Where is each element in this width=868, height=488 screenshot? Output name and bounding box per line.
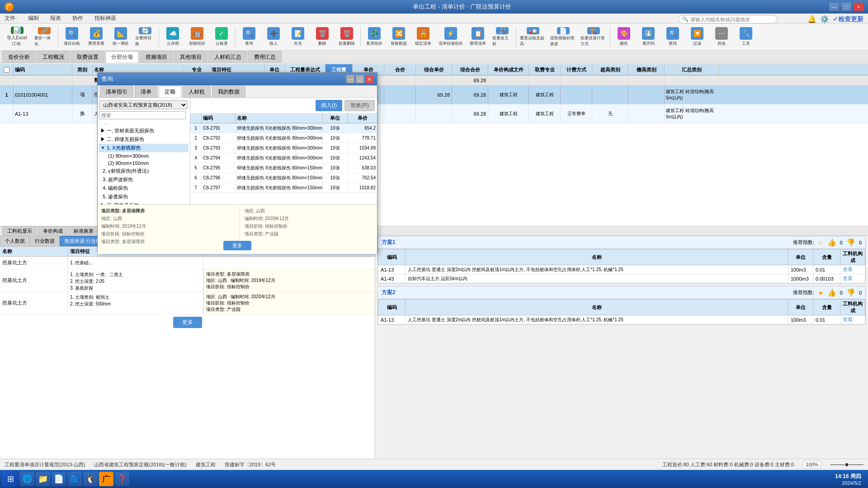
query-btn[interactable]: 🔍 查询 <box>237 25 261 49</box>
thumbs-up-2-icon[interactable]: 👍 <box>827 288 836 297</box>
reuse-price-btn[interactable]: ♻️ 复用组价 <box>363 25 386 49</box>
taskbar-ie-icon[interactable]: 🌐 <box>20 472 34 486</box>
tree-item-penetrant[interactable]: 5. 渗透探伤 <box>99 192 189 201</box>
ptab-material[interactable]: 人材机 <box>183 86 211 98</box>
popup-minimize[interactable]: — <box>346 75 354 83</box>
dtab-industry[interactable]: 行业数据 <box>30 236 60 246</box>
menu-indicator[interactable]: 指标神器 <box>92 14 118 23</box>
tree-item-gamma[interactable]: 2. γ射线探伤(外透法) <box>99 167 189 175</box>
ptab-list[interactable]: 清单 <box>135 86 157 98</box>
data-row-2[interactable]: 挖基坑土方 1. 土壤类别: 一类、二类土 2. 挖土深度: 2.05 3. 基… <box>0 269 375 292</box>
minimize-button[interactable]: — <box>829 3 839 11</box>
ptab-my-data[interactable]: 我的数据 <box>212 86 245 98</box>
popup-result-row-6[interactable]: 6 C8-2796 焊缝无损探伤 X光射线探伤 80mm×150mm 管壁厚30… <box>190 173 377 183</box>
full-fee-btn[interactable]: 🔄 全费用切换 <box>133 25 157 49</box>
data-row-1[interactable]: 挖基坑土方 1. 挖基础... <box>0 257 375 269</box>
tab-fee-settings[interactable]: 取费设置 <box>71 51 104 63</box>
popup-more-button[interactable]: 更多 <box>223 241 251 250</box>
delete-btn[interactable]: 🗑️ 删除 <box>311 25 334 49</box>
thumbs-up-icon[interactable]: 👍 <box>827 238 836 247</box>
popup-replace-button[interactable]: 替换(R) <box>344 100 375 111</box>
taskbar-pdf-icon[interactable]: 📄 <box>52 472 66 486</box>
popup-close-button[interactable]: × <box>365 75 373 83</box>
dtab-personal[interactable]: 个人数据 <box>0 236 30 246</box>
start-button[interactable]: ⊞ <box>2 471 19 487</box>
expand-btn[interactable]: ⬇️ 展开到 <box>637 25 660 49</box>
replace-data-btn[interactable]: 🔀 替换数据 <box>387 25 410 49</box>
tree-item-xray[interactable]: ▼ 1. X光射线探伤 <box>99 144 189 152</box>
tree-item-magnetic[interactable]: 4. 磁粉探伤 <box>99 184 189 192</box>
template-btn[interactable]: 📄 提取模板砂浆换算 <box>548 25 578 49</box>
batch-material-btn[interactable]: 🛠️ 批量改主材 <box>491 25 514 49</box>
tree-item-weld-inspection[interactable]: ▶ 二. 焊缝无损探伤 <box>99 135 189 144</box>
check-update[interactable]: ✓检查更新 <box>833 15 863 23</box>
taskbar-folder-icon[interactable]: 📁 <box>36 472 50 486</box>
import-excel-button[interactable]: 📊 导入Excel /工程· <box>2 25 32 49</box>
menu-edit[interactable]: 编制 <box>26 14 41 23</box>
global-search-input[interactable] <box>690 17 772 22</box>
insert-btn[interactable]: ➕ 插入 <box>262 25 285 49</box>
solution-1-row-1[interactable]: A1-13 人工挖基坑 普通土 深度2m以内 挖桩间及桩顶1m以内土方, 不包括… <box>378 265 865 274</box>
popup-insert-button[interactable]: 插入(I) <box>316 100 342 111</box>
filter-btn[interactable]: 🔽 过滤 <box>685 25 709 49</box>
btab-unit-price[interactable]: 单价构成 <box>38 226 68 236</box>
tab-project-overview[interactable]: 工程概况 <box>37 51 70 63</box>
popup-search-input[interactable] <box>99 111 186 119</box>
tree-item-prepost-heat[interactable]: ▶ 三. 预热及后热 <box>99 201 189 204</box>
global-search[interactable]: 🔍 <box>678 15 778 23</box>
view-detail-s2-link[interactable]: 查看 <box>840 315 865 324</box>
maximize-button[interactable]: □ <box>841 3 851 11</box>
mortar-btn[interactable]: 🏗️ 批量设置计算方式 <box>579 25 608 49</box>
tab-labor-material[interactable]: 人材机汇总 <box>208 51 247 63</box>
zoom-slider[interactable]: ——●—— <box>830 460 863 469</box>
zoom-level[interactable]: 100% <box>803 461 821 468</box>
tab-fee-summary[interactable]: 费用汇总 <box>248 51 282 63</box>
solution-2-row-1[interactable]: A1-13 人工挖基坑 普通土 深度2m以内 挖桩间及桩顶1m以内土方, 不包括… <box>378 315 865 324</box>
popup-resize[interactable]: □ <box>356 75 364 83</box>
supplement-btn[interactable]: 📝 补充 <box>286 25 310 49</box>
tree-item-80x300[interactable]: (1) 80mm×300mm <box>99 152 189 160</box>
taskbar-qq-icon[interactable]: 🐧 <box>83 472 98 486</box>
tools-btn[interactable]: 🔧 工具 <box>734 25 758 49</box>
ptab-quota[interactable]: 定额 <box>159 86 181 98</box>
find-btn[interactable]: 🔍 查找 <box>661 25 684 49</box>
quick-group-btn[interactable]: ⚡ 清单快速组价 <box>436 25 465 49</box>
close-button[interactable]: × <box>854 3 863 11</box>
taskbar-question-icon[interactable]: ❓ <box>115 472 129 486</box>
thumbs-down-icon[interactable]: 👎 <box>846 238 855 247</box>
project-check-btn[interactable]: 🔍 项目自检 <box>60 25 84 49</box>
popup-result-row-3[interactable]: 3 C8-2793 焊缝无损探伤 X光射线探伤 80mm×300mm 管壁厚42… <box>190 143 377 153</box>
tab-cost-analysis[interactable]: 造价分析 <box>2 51 36 63</box>
cloud-save-btn[interactable]: ☁️ 云存档 <box>161 25 184 49</box>
popup-result-row-4[interactable]: 4 C8-2794 焊缝无损探伤 X光射线探伤 80mm×300mm 管壁厚42… <box>190 153 377 163</box>
color-btn[interactable]: 🎨 颜色 <box>612 25 636 49</box>
smart-price-btn[interactable]: 🤖 智能组价 <box>185 25 209 49</box>
view-detail-link-1[interactable]: 查看 <box>840 265 865 274</box>
solution-1-row-2[interactable]: A1-43 自卸汽车运土方 运距1km以内 1000m3 0.00103 查看 <box>378 274 865 283</box>
more-data-button[interactable]: 更多 <box>173 317 202 328</box>
popup-result-row-7[interactable]: 7 C8-2797 焊缝无损探伤 X光射线探伤 80mm×150mm 管壁厚42… <box>190 183 377 193</box>
taskbar-chrome-icon[interactable]: 🔵 <box>67 472 82 486</box>
popup-result-row-2[interactable]: 2 C8-2792 焊缝无损探伤 X光射线探伤 80mm×300mm 管壁厚30… <box>190 133 377 143</box>
taskbar-app-icon[interactable]: 广 <box>99 472 113 486</box>
menu-collab[interactable]: 协作 <box>70 14 85 23</box>
thumbs-down-2-icon[interactable]: 👎 <box>846 288 855 297</box>
transport-btn[interactable]: 🚛 重置运输及超高· <box>518 25 547 49</box>
menu-report[interactable]: 报表 <box>48 14 63 23</box>
notification-icon[interactable]: 🔔 <box>807 15 816 23</box>
cloud-check-btn[interactable]: ✓ 云检查 <box>210 25 233 49</box>
tab-other-items[interactable]: 其他项目 <box>174 51 208 63</box>
ptab-list-guide[interactable]: 清单指引 <box>100 86 133 98</box>
view-detail-link-2[interactable]: 查看 <box>840 274 865 283</box>
popup-result-row-5[interactable]: 5 C8-2795 焊缝无损探伤 X光射线探伤 80mm×150mm 管壁厚16… <box>190 163 377 173</box>
quota-book-select[interactable]: 山西省安装工程预算定额(2018) <box>99 100 188 109</box>
batch-delete-btn[interactable]: 🗑️ 批量删除 <box>335 25 359 49</box>
tab-bill-items[interactable]: 分部分项 <box>105 51 139 63</box>
btab-materials[interactable]: 工料机显示 <box>2 226 37 236</box>
tree-item-80x150[interactable]: (2) 80mm×150mm <box>99 160 189 167</box>
popup-result-row-1[interactable]: 1 C8-2791 焊缝无损探伤 X光射线探伤 80mm×300mm 管壁厚16… <box>190 123 377 133</box>
tree-item-ultrasound[interactable]: 3. 超声波探伤 <box>99 175 189 184</box>
menu-file[interactable]: 文件· <box>2 14 19 23</box>
data-row-3[interactable]: 挖基坑土方 1. 土壤类别: 桩间土 2. 挖土深度: 500mm 地区: 山西… <box>0 292 375 314</box>
adjust-btn[interactable]: 📐 统一调价 <box>109 25 132 49</box>
